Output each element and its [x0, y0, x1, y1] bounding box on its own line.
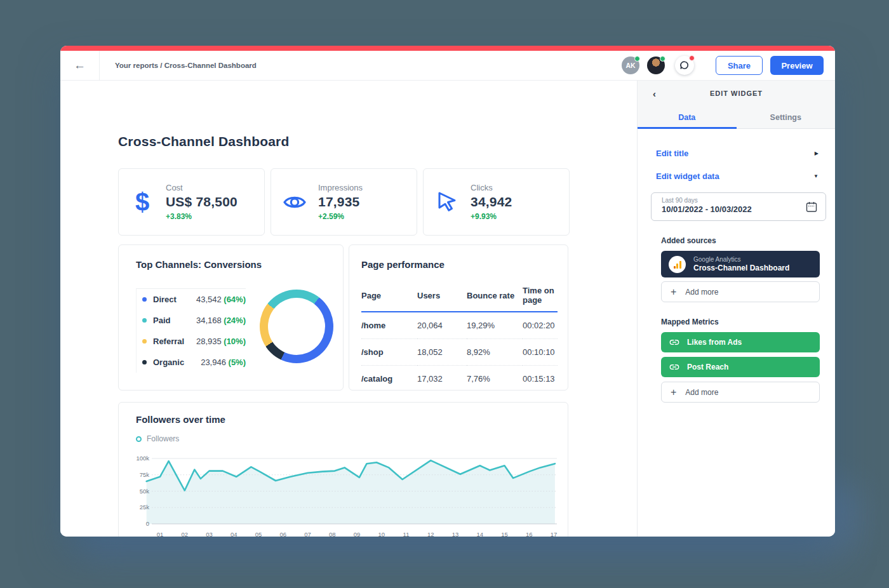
back-arrow-icon: ←	[74, 58, 86, 72]
online-status-dot	[660, 56, 665, 62]
edit-title-label: Edit title	[656, 149, 688, 158]
date-preset-label: Last 90 days	[662, 197, 817, 204]
svg-text:0: 0	[146, 520, 149, 527]
svg-text:10: 10	[378, 531, 385, 537]
notification-dot	[689, 55, 695, 61]
edit-title-row[interactable]: Edit title ▶	[656, 142, 819, 164]
chevron-right-icon: ▶	[815, 150, 819, 156]
edit-widget-data-label: Edit widget data	[656, 171, 719, 181]
donut-chart	[260, 290, 333, 363]
tab-settings[interactable]: Settings	[737, 106, 836, 128]
avatar-ak[interactable]: AK	[622, 57, 639, 74]
svg-text:02: 02	[181, 531, 188, 537]
kpi-card-cost[interactable]: $ Cost US$ 78,500 +3.83%	[118, 168, 265, 236]
followers-line-chart: 025k50k75k100k01020304050607080910111213…	[125, 452, 563, 537]
kpi-value: US$ 78,500	[166, 194, 237, 210]
col-bounce-rate: Bounce rate	[467, 281, 523, 312]
panel-title: EDIT WIDGET	[710, 90, 763, 97]
legend-item-direct: Direct 43,542 (64%)	[137, 289, 246, 310]
svg-text:14: 14	[476, 531, 483, 537]
source-provider: Google Analytics	[693, 256, 789, 263]
avatar-initials: AK	[625, 62, 635, 69]
widget-title: Top Channels: Conversions	[136, 259, 262, 270]
legend-name: Referral	[153, 337, 184, 346]
date-range-value: 10/01/2022 - 10/03/2022	[662, 204, 817, 214]
preview-button[interactable]: Preview	[770, 56, 824, 75]
legend-item-paid: Paid 34,168 (24%)	[137, 310, 246, 331]
chat-bubble-icon	[679, 60, 690, 70]
metric-post-reach[interactable]: Post Reach	[661, 357, 820, 377]
followers-widget[interactable]: Followers over time Followers 025k50k75k…	[118, 402, 568, 537]
legend-value: 23,946 (5%)	[201, 357, 246, 367]
legend-name: Direct	[153, 295, 177, 304]
add-more-label: Add more	[685, 288, 718, 297]
kpi-delta: +9.93%	[471, 212, 512, 221]
page-performance-widget[interactable]: Page performance Page Users Bounce rate …	[349, 244, 568, 391]
svg-text:17: 17	[551, 531, 558, 537]
table-row: /catalog 17,032 7,76% 00:15:13	[361, 366, 558, 392]
svg-text:08: 08	[329, 531, 336, 537]
legend-item-referral: Referral 28,935 (10%)	[137, 331, 246, 352]
svg-text:04: 04	[231, 531, 237, 537]
app-window: ← Your reports / Cross-Channel Dashboard…	[60, 46, 835, 537]
legend-dot	[142, 318, 147, 323]
add-metric-button[interactable]: + Add more	[661, 382, 820, 403]
date-range-picker[interactable]: Last 90 days 10/01/2022 - 10/03/2022	[651, 192, 826, 221]
table-row: /home 20,064 19,29% 00:02:20	[361, 312, 558, 339]
add-more-label: Add more	[685, 388, 718, 397]
kpi-label: Impressions	[318, 183, 363, 192]
avatar-photo[interactable]	[647, 57, 665, 74]
kpi-value: 17,935	[318, 194, 363, 210]
legend-value: 34,168 (24%)	[196, 316, 246, 325]
tab-data[interactable]: Data	[638, 106, 737, 128]
kpi-card-clicks[interactable]: Clicks 34,942 +9.93%	[423, 168, 570, 236]
mapped-metrics-label: Mapped Metrics	[661, 317, 835, 326]
add-source-button[interactable]: + Add more	[661, 281, 820, 302]
legend-dot	[142, 297, 147, 302]
svg-text:50k: 50k	[140, 488, 150, 495]
page-performance-table: Page Users Bounce rate Time on page /hom…	[361, 281, 558, 392]
panel-body: Edit title ▶ Edit widget data ▼ Last 90 …	[638, 129, 835, 403]
edit-widget-data-row[interactable]: Edit widget data ▼	[656, 164, 819, 187]
dollar-icon: $	[135, 189, 149, 215]
widget-title: Followers over time	[136, 414, 225, 425]
back-button[interactable]: ←	[60, 51, 100, 80]
page-title: Cross-Channel Dashboard	[118, 134, 289, 149]
widget-title: Page performance	[361, 259, 444, 270]
svg-text:16: 16	[526, 531, 533, 537]
online-status-dot	[634, 56, 640, 62]
svg-text:75k: 75k	[140, 471, 150, 478]
svg-text:09: 09	[354, 531, 361, 537]
legend-value: 43,542 (64%)	[196, 295, 246, 304]
metric-likes-from-ads[interactable]: Likes from Ads	[661, 332, 820, 352]
series-label: Followers	[147, 434, 179, 443]
plus-icon: +	[671, 286, 676, 298]
svg-text:100k: 100k	[136, 455, 149, 462]
kpi-delta: +3.83%	[166, 212, 237, 221]
source-name: Cross-Channel Dashboard	[693, 264, 789, 272]
link-icon	[669, 337, 679, 347]
eye-icon	[283, 194, 307, 211]
table-row: /shop 18,052 8,92% 00:10:10	[361, 339, 558, 366]
panel-back-button[interactable]: ‹	[653, 81, 656, 106]
kpi-delta: +2.59%	[318, 212, 363, 221]
top-channels-widget[interactable]: Top Channels: Conversions Direct 43,542 …	[118, 244, 344, 391]
svg-text:25k: 25k	[140, 504, 150, 511]
share-button[interactable]: Share	[716, 56, 763, 75]
svg-text:11: 11	[403, 531, 410, 537]
breadcrumb[interactable]: Your reports / Cross-Channel Dashboard	[115, 51, 257, 80]
chat-button[interactable]	[675, 56, 694, 75]
source-google-analytics[interactable]: Google Analytics Cross-Channel Dashboard	[661, 251, 820, 277]
col-users: Users	[417, 281, 467, 312]
table-header-row: Page Users Bounce rate Time on page	[361, 281, 558, 312]
svg-text:03: 03	[206, 531, 213, 537]
kpi-card-impressions[interactable]: Impressions 17,935 +2.59%	[271, 168, 417, 236]
top-accent-strip	[60, 46, 835, 51]
svg-text:06: 06	[279, 531, 286, 537]
series-marker-icon	[136, 436, 142, 442]
legend-name: Paid	[153, 316, 170, 325]
svg-text:05: 05	[255, 531, 262, 537]
legend-dot	[142, 339, 147, 344]
metric-label: Post Reach	[687, 363, 728, 371]
svg-text:07: 07	[304, 531, 311, 537]
